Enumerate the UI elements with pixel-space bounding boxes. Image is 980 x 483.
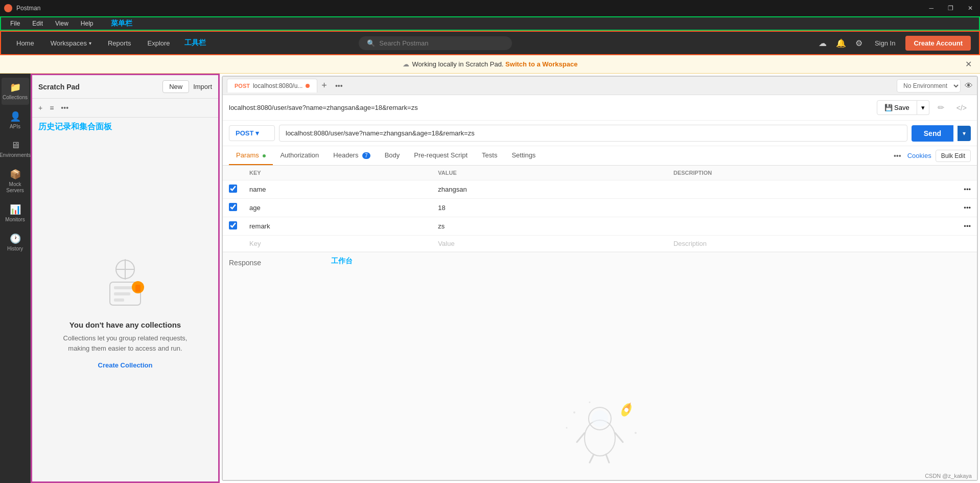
- row-3-value[interactable]: zs: [432, 217, 667, 236]
- row-3-checkbox[interactable]: [229, 221, 237, 229]
- svg-line-14: [590, 454, 594, 463]
- send-bar: POST ▾ Send ▾: [223, 121, 977, 146]
- tab-unsaved-dot: [306, 84, 310, 88]
- more-options-button[interactable]: •••: [59, 103, 71, 113]
- notification-banner: ☁ Working locally in Scratch Pad. Switch…: [0, 55, 980, 74]
- response-area: Response 工作台: [223, 252, 977, 480]
- tab-post-request[interactable]: POST localhost:8080/u...: [227, 79, 317, 93]
- switch-workspace-link[interactable]: Switch to a Workspace: [505, 60, 577, 68]
- astronaut-illustration: [549, 382, 651, 464]
- row-1-desc: [667, 180, 958, 199]
- sidebar-item-monitors[interactable]: 📊 Monitors: [2, 200, 29, 227]
- create-collection-link[interactable]: Create Collection: [98, 361, 153, 369]
- edit-button[interactable]: ✏: [934, 101, 948, 114]
- import-button[interactable]: Import: [193, 80, 212, 93]
- cookies-link[interactable]: Cookies: [907, 152, 931, 159]
- tab-pre-request-label: Pre-request Script: [414, 151, 468, 159]
- tab-body[interactable]: Body: [378, 146, 407, 165]
- svg-rect-5: [114, 292, 130, 295]
- row-2-key[interactable]: age: [243, 199, 432, 217]
- settings-icon[interactable]: ⚙: [853, 36, 865, 50]
- sidebar-item-history[interactable]: 🕐 History: [2, 229, 29, 256]
- row-2-checkbox[interactable]: [229, 203, 237, 211]
- workspace-label-cn: 工作台: [331, 257, 353, 266]
- placeholder-value[interactable]: Value: [432, 236, 667, 252]
- row-3-key[interactable]: remark: [243, 217, 432, 236]
- url-input[interactable]: [279, 125, 907, 142]
- svg-point-21: [635, 432, 637, 434]
- new-button[interactable]: New: [162, 80, 189, 93]
- left-panel-actions: New Import: [162, 80, 212, 93]
- collections-empty-state: You don't have any collections Collectio…: [32, 136, 218, 481]
- table-row: name zhangsan •••: [223, 180, 977, 199]
- menu-edit[interactable]: Edit: [27, 18, 48, 29]
- col-key: KEY: [243, 166, 432, 180]
- row-1-key[interactable]: name: [243, 180, 432, 199]
- row-1-more[interactable]: •••: [958, 180, 977, 199]
- create-account-button[interactable]: Create Account: [905, 36, 971, 51]
- sidebar-item-apis[interactable]: 👤 APIs: [2, 107, 29, 134]
- minimize-button[interactable]: ─: [926, 4, 937, 13]
- sort-button[interactable]: ≡: [48, 103, 56, 113]
- restore-button[interactable]: ❐: [945, 4, 956, 13]
- row-3-more[interactable]: •••: [958, 217, 977, 236]
- add-tab-button[interactable]: +: [317, 80, 331, 91]
- nav-workspaces[interactable]: Workspaces ▾: [43, 36, 99, 50]
- row-2-value[interactable]: 18: [432, 199, 667, 217]
- tab-authorization-label: Authorization: [280, 151, 319, 159]
- tab-headers-label: Headers: [333, 151, 358, 159]
- title-bar-controls: ─ ❐ ✕: [926, 4, 976, 13]
- send-dropdown-button[interactable]: ▾: [958, 126, 971, 141]
- params-more-button[interactable]: •••: [892, 151, 903, 161]
- row-2-more[interactable]: •••: [958, 199, 977, 217]
- sidebar-monitors-label: Monitors: [5, 217, 25, 223]
- notification-close-button[interactable]: ✕: [965, 59, 972, 69]
- table-row: remark zs •••: [223, 217, 977, 236]
- title-bar-left: Postman: [4, 4, 40, 12]
- svg-line-13: [615, 433, 623, 442]
- nav-home[interactable]: Home: [9, 36, 41, 50]
- menu-view[interactable]: View: [50, 18, 74, 29]
- save-dropdown-button[interactable]: ▾: [917, 100, 929, 115]
- bulk-edit-button[interactable]: Bulk Edit: [936, 150, 971, 162]
- sidebar-item-environments[interactable]: 🖥 Environments: [2, 136, 29, 163]
- code-button[interactable]: </>: [952, 102, 971, 114]
- sidebar-item-mock-servers[interactable]: 📦 Mock Servers: [2, 165, 29, 198]
- sidebar-environments-label: Environments: [0, 152, 31, 158]
- bell-icon[interactable]: 🔔: [834, 36, 848, 50]
- environment-selector[interactable]: No Environment: [897, 79, 961, 93]
- save-button[interactable]: 💾 Save: [877, 100, 917, 115]
- sign-in-button[interactable]: Sign In: [870, 36, 900, 50]
- empty-collections-desc: Collections let you group related reques…: [63, 333, 188, 353]
- tab-tests[interactable]: Tests: [475, 146, 504, 165]
- params-table: KEY VALUE DESCRIPTION name zhangsan •••: [223, 166, 977, 252]
- placeholder-desc[interactable]: Description: [667, 236, 958, 252]
- method-selector[interactable]: POST ▾: [229, 125, 275, 141]
- tab-headers[interactable]: Headers 7: [326, 146, 377, 165]
- row-1-checkbox[interactable]: [229, 185, 237, 193]
- apis-icon: 👤: [10, 111, 21, 122]
- placeholder-key[interactable]: Key: [243, 236, 432, 252]
- row-1-value[interactable]: zhangsan: [432, 180, 667, 199]
- tab-params-label: Params: [236, 151, 259, 159]
- add-collection-button[interactable]: +: [36, 103, 44, 113]
- row-2-desc: [667, 199, 958, 217]
- tab-pre-request-script[interactable]: Pre-request Script: [407, 146, 475, 165]
- tab-settings[interactable]: Settings: [504, 146, 543, 165]
- sidebar-item-collections[interactable]: 📁 Collections: [2, 78, 29, 105]
- menu-file[interactable]: File: [5, 18, 25, 29]
- nav-explore[interactable]: Explore: [141, 36, 177, 50]
- send-button[interactable]: Send: [912, 125, 953, 142]
- tab-authorization[interactable]: Authorization: [273, 146, 326, 165]
- nav-reports[interactable]: Reports: [101, 36, 138, 50]
- method-chevron: ▾: [255, 129, 259, 137]
- menu-help[interactable]: Help: [76, 18, 99, 29]
- collections-illustration: [95, 249, 156, 320]
- params-dot: [263, 154, 266, 157]
- eye-button[interactable]: 👁: [965, 81, 973, 90]
- search-bar[interactable]: 🔍 Search Postman: [359, 36, 512, 50]
- close-button[interactable]: ✕: [965, 4, 976, 13]
- cloud-icon[interactable]: ☁: [816, 36, 829, 50]
- tab-params[interactable]: Params: [229, 146, 273, 165]
- tab-more-button[interactable]: •••: [331, 82, 347, 90]
